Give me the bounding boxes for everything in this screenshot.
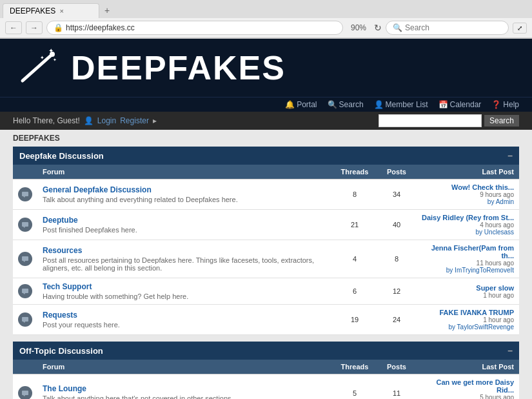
last-post-title-link[interactable]: Jenna Fischer(Pam from th... [421, 244, 514, 260]
forum-last-post-cell: Daisy Ridley (Rey from St... 4 hours ago… [416, 210, 519, 240]
refresh-button[interactable]: ↻ [374, 23, 382, 33]
user-bar-left: Hello There, Guest! 👤 Login Register ▸ [13, 116, 157, 125]
userbar-search-input[interactable] [379, 114, 482, 127]
forum-status-icon [18, 252, 32, 266]
forum-bubble-icon [21, 389, 29, 397]
tab-bar: DEEPFAKES × + [0, 0, 532, 18]
forum-last-post-cell: Wow! Check this... 9 hours ago by Admin [416, 179, 519, 210]
nav-memberlist[interactable]: 👤 Member List [374, 100, 428, 109]
svg-marker-14 [23, 322, 25, 323]
table-row: Resources Post all resources pertaining … [13, 240, 519, 278]
forum-threads-count: 8 [332, 179, 377, 210]
browser-search-box[interactable]: 🔍 [386, 21, 509, 35]
forum-name-link[interactable]: Deeptube [43, 216, 78, 225]
forum-name-cell: General Deepfake Discussion Talk about a… [37, 179, 332, 210]
table-row: The Lounge Talk about anything here that… [13, 374, 519, 400]
last-post-title-link[interactable]: FAKE IVANKA TRUMP [421, 309, 514, 316]
table-row: Deeptube Post finished Deepfakes here. 2… [13, 210, 519, 240]
forum-name-link[interactable]: Resources [43, 246, 82, 255]
portal-icon: 🔔 [285, 100, 295, 109]
expand-button[interactable]: ⤢ [513, 23, 527, 34]
section-title-deepfake: Deepfake Discussion [19, 151, 104, 161]
forum-name-link[interactable]: Requests [43, 311, 77, 320]
register-arrow: ▸ [153, 116, 157, 125]
forum-last-post-cell: FAKE IVANKA TRUMP 1 hour ago by TaylorSw… [416, 305, 519, 335]
user-icon: 👤 [84, 116, 94, 125]
login-link[interactable]: Login [97, 116, 116, 125]
zoom-level: 90% [347, 23, 370, 32]
collapse-deepfake-button[interactable]: – [507, 150, 513, 161]
userbar-search-button[interactable]: Search [484, 115, 519, 127]
last-post-user-link[interactable]: by TaylorSwiftRevenge [421, 323, 514, 331]
forum-bubble-icon [21, 190, 29, 198]
forum-threads-count: 6 [332, 278, 377, 305]
register-link[interactable]: Register [120, 116, 149, 125]
forum-last-post-cell: Super slow 1 hour ago [416, 278, 519, 305]
wand-svg: ✦ ✦ ✦ [13, 45, 64, 90]
logo-area: ✦ ✦ ✦ DEEPFAKES [13, 45, 286, 90]
svg-marker-6 [23, 196, 25, 198]
forum-posts-count: 24 [377, 305, 416, 335]
col-posts-label: Posts [377, 165, 416, 179]
forward-button[interactable]: → [26, 21, 43, 34]
forum-description: Having trouble with something? Get help … [43, 292, 327, 300]
svg-marker-8 [23, 227, 25, 228]
greeting-text: Hello There, Guest! [13, 116, 80, 125]
collapse-offtopic-button[interactable]: – [507, 345, 513, 356]
table-header-row: Forum Threads Posts Last Post [13, 165, 519, 179]
new-tab-button[interactable]: + [99, 3, 115, 18]
forum-bubble-icon [21, 221, 29, 229]
svg-line-0 [23, 55, 52, 81]
page-wrapper: DEEPFAKES Deepfake Discussion – Forum Th… [0, 130, 532, 399]
section-offtopic-discussion: Off-Topic Discussion – Forum Threads Pos… [13, 342, 519, 399]
forum-threads-count: 19 [332, 305, 377, 335]
forum-status-icon [18, 386, 32, 399]
nav-help[interactable]: ❓ Help [491, 100, 519, 109]
last-post-title-link[interactable]: Daisy Ridley (Rey from St... [421, 214, 514, 221]
forum-posts-count: 34 [377, 179, 416, 210]
last-post-title-link[interactable]: Super slow [421, 284, 514, 292]
forum-description: Post finished Deepfakes here. [43, 226, 327, 234]
forum-last-post-cell: Jenna Fischer(Pam from th... 11 hours ag… [416, 240, 519, 278]
last-post-title-link[interactable]: Can we get more Daisy Rid... [421, 378, 514, 394]
calendar-icon: 📅 [438, 100, 448, 109]
breadcrumb: DEEPFAKES [0, 130, 532, 147]
col-icon-2 [13, 360, 37, 374]
search-icon: 🔍 [393, 23, 402, 32]
svg-marker-12 [23, 293, 25, 294]
forum-status-icon [18, 312, 32, 327]
nav-calendar[interactable]: 📅 Calendar [438, 100, 482, 109]
last-post-user-link[interactable]: by ImTryingToRemoveIt [421, 267, 514, 274]
forum-icon-cell [13, 374, 37, 400]
forum-name-link[interactable]: The Lounge [43, 384, 86, 393]
col-threads-label: Threads [332, 165, 377, 179]
tab-title: DEEPFAKES [10, 6, 55, 15]
section-deepfake-discussion: Deepfake Discussion – Forum Threads Post… [13, 147, 519, 335]
last-post-time: 11 hours ago [421, 260, 514, 267]
col-threads-label-2: Threads [332, 360, 377, 374]
address-bar[interactable]: 🔒 https://deepfakes.cc [46, 21, 343, 35]
forum-name-link[interactable]: General Deepfake Discussion [43, 185, 152, 194]
svg-rect-5 [22, 192, 28, 196]
tab-close-button[interactable]: × [59, 7, 63, 15]
col-lastpost-label-2: Last Post [416, 360, 519, 374]
forum-name-link[interactable]: Tech Support [43, 282, 92, 291]
lock-icon: 🔒 [54, 23, 63, 32]
help-icon: ❓ [491, 100, 501, 109]
browser-chrome: DEEPFAKES × + ← → 🔒 https://deepfakes.cc… [0, 0, 532, 39]
svg-text:✦: ✦ [53, 57, 57, 62]
last-post-title-link[interactable]: Wow! Check this... [421, 183, 514, 191]
last-post-time: 9 hours ago [421, 191, 514, 198]
col-forum-label: Forum [37, 165, 332, 179]
nav-search[interactable]: 🔍 Search [328, 100, 364, 109]
last-post-time: 1 hour ago [421, 292, 514, 299]
nav-portal[interactable]: 🔔 Portal [285, 100, 317, 109]
browser-search-input[interactable] [405, 23, 502, 32]
forum-name-cell: The Lounge Talk about anything here that… [37, 374, 332, 400]
svg-text:✦: ✦ [40, 55, 44, 61]
back-button[interactable]: ← [5, 21, 22, 34]
last-post-user-link[interactable]: by Admin [421, 198, 514, 205]
forum-threads-count: 5 [332, 374, 377, 400]
forum-description: Talk about anything here that's not cove… [43, 394, 327, 399]
last-post-user-link[interactable]: by Unclesass [421, 229, 514, 236]
